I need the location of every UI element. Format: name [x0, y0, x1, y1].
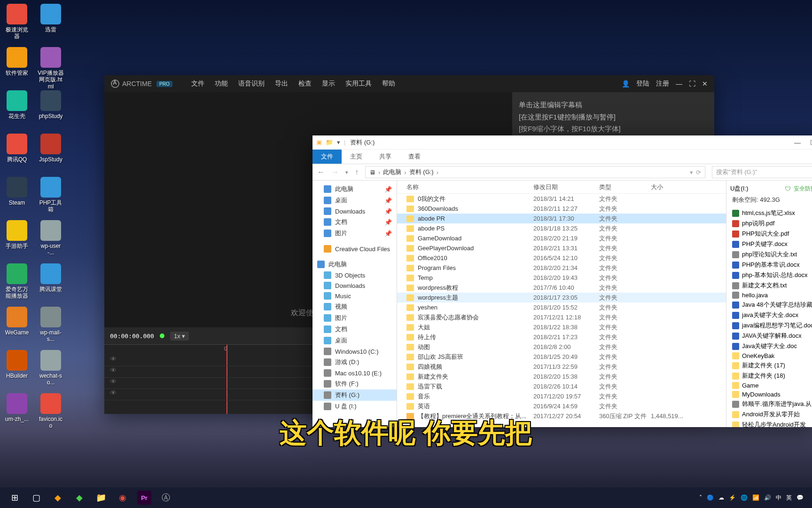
preview-file-item[interactable]: php说明.pdf	[730, 218, 812, 229]
file-row[interactable]: wordpress主题2018/1/17 23:05文件夹	[397, 293, 726, 302]
tray-icon[interactable]: 📶	[752, 494, 759, 501]
file-row[interactable]: 邵山欢 JS高薪班2018/1/25 20:49文件夹	[397, 352, 726, 362]
col-name[interactable]: 名称	[406, 183, 533, 191]
col-size[interactable]: 大小	[651, 183, 703, 191]
preview-file-item[interactable]: 韩顺平.循序渐进学java.从	[730, 399, 812, 409]
desktop-icon[interactable]: 迅雷	[38, 4, 64, 33]
sidebar-item[interactable]: U 盘 (I:)	[312, 401, 397, 412]
preview-file-item[interactable]: PHP知识大全.pdf	[730, 229, 812, 239]
file-row[interactable]: abode PS2018/1/18 13:25文件夹	[397, 223, 726, 233]
desktop-icon[interactable]: Steam	[4, 177, 30, 206]
preview-file-item[interactable]: php理论知识大全.txt	[730, 249, 812, 260]
file-row[interactable]: 0我的文件2018/3/1 14:21文件夹	[397, 194, 726, 204]
ime-indicator[interactable]: 中	[776, 494, 781, 502]
arctime-taskbar[interactable]: Ⓐ	[155, 489, 177, 507]
tray-volume-icon[interactable]: 🔊	[764, 494, 771, 501]
file-row[interactable]: Temp2018/2/20 19:43文件夹	[397, 273, 726, 283]
desktop-icon[interactable]: 极速浏览器	[4, 4, 30, 40]
tray-icon[interactable]: 🔵	[707, 494, 714, 501]
sidebar-item[interactable]: 桌面	[312, 335, 397, 346]
file-row[interactable]: 新建文件夹2018/2/20 15:38文件夹	[397, 372, 726, 381]
search-box[interactable]: 搜索"资料 (G:)"	[712, 166, 812, 178]
dropdown-icon[interactable]: ▾	[690, 169, 693, 176]
premiere-taskbar[interactable]: Pr	[137, 491, 151, 505]
desktop-icon[interactable]: wp-user-...	[38, 220, 64, 256]
file-row[interactable]: 迅雷下载2018/2/26 10:14文件夹	[397, 381, 726, 391]
close-button[interactable]: ✕	[702, 80, 708, 87]
sidebar-item[interactable]: 游戏 (D:)	[312, 357, 397, 368]
tray-icon[interactable]: 🌐	[741, 494, 748, 501]
usb-drive-label[interactable]: U盘(I:)	[730, 184, 748, 193]
ribbon-tab[interactable]: 主页	[342, 150, 371, 164]
desktop-icon[interactable]: um-zh_...	[4, 393, 30, 422]
col-type[interactable]: 类型	[599, 183, 651, 191]
desktop-icon[interactable]: 腾讯QQ	[4, 134, 30, 163]
preview-file-item[interactable]: JAVA关键字解释.docx	[730, 331, 812, 341]
sidebar-item[interactable]: 资料 (G:)	[312, 389, 397, 401]
arctime-titlebar[interactable]: ARCTIME PRO 文件功能语音识别导出检查显示实用工具帮助 👤 登陆 注册…	[104, 75, 714, 92]
refresh-button[interactable]: ⟳	[696, 169, 701, 176]
taskbar-app[interactable]: ◆	[47, 489, 69, 507]
ribbon-tab[interactable]: 共享	[371, 150, 400, 164]
preview-file-item[interactable]: MyDownloads	[730, 390, 812, 399]
sidebar-item[interactable]: Downloads	[312, 280, 397, 291]
breadcrumb-item[interactable]: 此电脑	[383, 168, 401, 176]
desktop-icon[interactable]: VIP播放器网页版.html	[38, 47, 64, 90]
task-view-button[interactable]: ▢	[25, 489, 47, 507]
desktop-icon[interactable]: 爱奇艺万能播放器	[4, 263, 30, 300]
login-link[interactable]: 登陆	[636, 79, 649, 88]
sidebar-item[interactable]: 视频	[312, 301, 397, 312]
minimize-button[interactable]: —	[794, 139, 801, 146]
preview-file-item[interactable]: 新建文本文档.txt	[730, 280, 812, 291]
menu-item[interactable]: 实用工具	[345, 79, 372, 88]
file-row[interactable]: 音乐2017/12/20 19:57文件夹	[397, 391, 726, 401]
tray-icon[interactable]: ⚡	[729, 494, 736, 501]
desktop-icon[interactable]: 手游助手	[4, 220, 30, 249]
track-visibility-icon[interactable]: 👁	[110, 389, 117, 397]
desktop-icon[interactable]: 花生壳	[4, 90, 30, 119]
sidebar-item[interactable]: 图片📌	[312, 228, 397, 239]
desktop-icon[interactable]: wechat-so...	[38, 350, 64, 386]
sidebar-section-header[interactable]: 此电脑	[312, 259, 397, 270]
menu-item[interactable]: 语音识别	[238, 79, 265, 88]
file-row[interactable]: 英语2016/9/24 14:59文件夹	[397, 401, 726, 411]
taskbar[interactable]: ⊞ ▢ ◆ ◆ 📁 ◉ Pr Ⓐ ˄ 🔵 ☁ ⚡ 🌐 📶 🔊 中 英 💬	[0, 487, 812, 508]
file-row[interactable]: 大姐2018/1/22 18:38文件夹	[397, 322, 726, 332]
sidebar-item[interactable]: Downloads📌	[312, 206, 397, 216]
sidebar-item[interactable]: 桌面📌	[312, 195, 397, 206]
preview-file-item[interactable]: 新建文件夹 (17)	[730, 360, 812, 371]
sidebar-item[interactable]: 3D Objects	[312, 270, 397, 280]
breadcrumb-item[interactable]: 资料 (G:)	[409, 168, 434, 176]
file-row[interactable]: Office20102016/5/24 12:10文件夹	[397, 253, 726, 263]
col-date[interactable]: 修改日期	[533, 183, 599, 191]
menu-item[interactable]: 检查	[298, 79, 312, 88]
sidebar-item[interactable]: Mac os10.10 (E:)	[312, 368, 397, 378]
preview-file-item[interactable]: php-基本知识-总结.docx	[730, 270, 812, 280]
preview-file-item[interactable]: html,css,js笔记.xlsx	[730, 208, 812, 218]
menu-item[interactable]: 显示	[322, 79, 335, 88]
tray-chevron-icon[interactable]: ˄	[699, 494, 702, 501]
sidebar-item[interactable]: Windows10 (C:)	[312, 346, 397, 357]
preview-file-item[interactable]: java编程思想学习笔记.docx	[730, 320, 812, 331]
column-headers[interactable]: 名称 修改日期 类型 大小	[397, 181, 726, 194]
desktop-icon[interactable]: WeGame	[4, 307, 30, 336]
file-explorer-taskbar[interactable]: 📁	[90, 489, 112, 507]
sidebar-item[interactable]: 此电脑📌	[312, 183, 397, 195]
forward-button[interactable]: →	[331, 168, 339, 176]
sidebar-item[interactable]: 图片	[312, 312, 397, 324]
ribbon-tab[interactable]: 查看	[400, 150, 429, 164]
file-row[interactable]: GeePlayerDownload2018/2/21 13:31文件夹	[397, 243, 726, 253]
notification-button[interactable]: 💬	[796, 494, 804, 501]
desktop-icon[interactable]: 腾讯课堂	[38, 263, 64, 293]
speed-selector[interactable]: 1x ▾	[170, 332, 189, 341]
explorer-titlebar[interactable]: ▣ 📁 ▾ | 资料 (G:) — ☐	[312, 135, 812, 150]
file-row[interactable]: GameDownload2018/2/20 21:19文件夹	[397, 233, 726, 243]
preview-file-item[interactable]: Android开发从零开始	[730, 409, 812, 420]
sidebar-item[interactable]: Creative Cloud Files	[312, 244, 397, 254]
preview-file-item[interactable]: OneKeyBak	[730, 351, 812, 360]
preview-file-item[interactable]: 新建文件夹 (18)	[730, 371, 812, 381]
preview-file-item[interactable]: Java关键字大全.doc	[730, 341, 812, 351]
file-row[interactable]: 四娘视频2017/11/3 22:59文件夹	[397, 362, 726, 372]
taskbar-app[interactable]: ◆	[69, 489, 90, 507]
start-button[interactable]: ⊞	[4, 489, 25, 507]
